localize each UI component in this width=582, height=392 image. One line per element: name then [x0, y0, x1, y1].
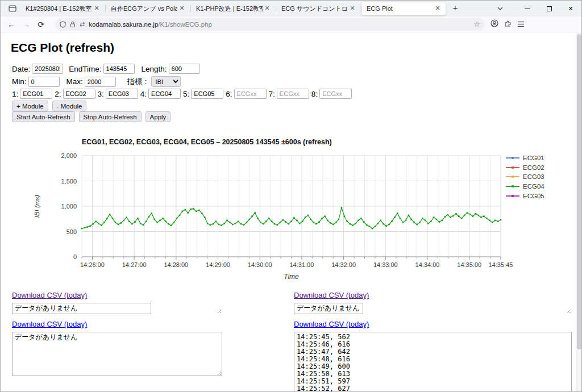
form-row-channels: 1:2:3:4:5:6:7:8:: [12, 89, 352, 99]
data-point: [106, 218, 108, 220]
download-csv-link[interactable]: Download CSV (today): [294, 291, 572, 299]
permissions-icon[interactable]: ⇄: [80, 20, 85, 28]
max-input[interactable]: [85, 77, 116, 87]
max-label: Max:: [66, 77, 83, 86]
channel-input-8[interactable]: [319, 89, 352, 99]
new-tab-button[interactable]: +: [448, 2, 462, 15]
data-point: [190, 208, 192, 210]
browser-tab[interactable]: ECG Plot✕: [361, 2, 446, 15]
data-point: [198, 210, 200, 211]
x-tick-label: 14:35:45: [489, 261, 513, 268]
tab-title: K1-PHP改造 | E-152教室: [196, 5, 263, 13]
data-point: [134, 221, 136, 223]
browser-window: { "browser": { "tabs": [ { "title": "K1#…: [0, 0, 582, 392]
browser-tab[interactable]: ECG サウンドコントロール✕: [276, 2, 360, 15]
tab-close-icon[interactable]: ✕: [177, 4, 186, 13]
data-point: [347, 220, 348, 222]
channel-input-2[interactable]: [63, 89, 95, 99]
browser-tab[interactable]: 自作ECGアンプ vs Polar H10 | E-152教室✕: [106, 2, 190, 15]
x-tick-label: 14:35:00: [457, 261, 481, 268]
tab-close-icon[interactable]: ✕: [348, 4, 357, 13]
maximize-button[interactable]: [538, 1, 560, 16]
scrollbar-thumb[interactable]: [577, 34, 581, 349]
endtime-input[interactable]: [103, 64, 135, 74]
remove-module-button[interactable]: - Module: [52, 101, 87, 111]
metric-select[interactable]: IBI: [151, 76, 181, 87]
data-point: [187, 212, 189, 214]
account-icon[interactable]: [490, 19, 498, 30]
data-point: [416, 224, 418, 226]
data-point: [413, 222, 415, 223]
date-input[interactable]: [32, 64, 63, 74]
data-point: [143, 224, 144, 226]
data-point: [458, 216, 460, 218]
extensions-icon[interactable]: [504, 19, 512, 30]
csv-textarea[interactable]: [12, 303, 151, 314]
lock-icon[interactable]: [70, 21, 76, 28]
forward-icon[interactable]: →: [19, 18, 34, 31]
y-tick-label: 500: [66, 228, 77, 235]
channel-input-7[interactable]: [277, 89, 309, 99]
x-tick-label: 14:26:00: [80, 261, 105, 268]
channel-input-6[interactable]: [234, 89, 267, 99]
channel-input-1[interactable]: [20, 89, 52, 99]
data-point: [439, 221, 440, 223]
bookmark-star-icon[interactable]: ☆: [473, 20, 480, 28]
firefox-view-icon[interactable]: [5, 2, 20, 15]
channel-input-4[interactable]: [148, 89, 181, 99]
data-point: [109, 214, 111, 215]
address-bar[interactable]: ⇄ kodamalab.sakura.ne.jp/K1/showECG.php …: [55, 18, 485, 31]
resize-handle-icon[interactable]: [216, 308, 221, 313]
module-buttons-row: + Module - Module: [12, 101, 86, 111]
start-auto-refresh-button[interactable]: Start Auto-Refresh: [12, 111, 75, 122]
data-point: [427, 223, 429, 224]
legend-item: ECG01: [506, 153, 544, 163]
form-row-time: Date: EndTime: Length:: [12, 64, 200, 74]
data-point: [338, 219, 340, 220]
browser-tab[interactable]: K1-PHP改造 | E-152教室✕: [191, 2, 275, 15]
add-module-button[interactable]: + Module: [12, 101, 48, 111]
data-point: [257, 218, 259, 219]
data-point: [324, 216, 326, 218]
apply-button[interactable]: Apply: [146, 111, 171, 122]
list-tabs-chevron-icon[interactable]: [492, 5, 509, 12]
reload-icon[interactable]: ⟳: [34, 18, 48, 31]
data-point: [265, 220, 267, 222]
csv-textarea[interactable]: [294, 332, 572, 392]
y-tick-label: 2,000: [61, 152, 77, 159]
channel-input-3[interactable]: [106, 89, 138, 99]
tab-close-icon[interactable]: ✕: [433, 4, 442, 13]
menu-icon[interactable]: [517, 19, 525, 30]
back-icon[interactable]: ←: [4, 18, 19, 31]
data-point: [307, 215, 309, 216]
x-tick-label: 14:31:00: [290, 261, 314, 268]
data-point: [238, 220, 239, 222]
csv-textarea[interactable]: [294, 303, 363, 314]
length-input[interactable]: [169, 64, 200, 74]
download-csv-link[interactable]: Download CSV (today): [294, 320, 572, 328]
data-point: [84, 227, 86, 229]
x-axis-title: Time: [284, 273, 299, 281]
download-csv-link[interactable]: Download CSV (today): [12, 320, 222, 328]
browser-tab[interactable]: K1#250804 | E-152教室✕: [20, 2, 105, 15]
tab-close-icon[interactable]: ✕: [92, 4, 101, 13]
minimize-button[interactable]: [517, 1, 538, 16]
data-point: [447, 214, 448, 216]
data-point: [92, 223, 94, 225]
resize-handle-icon[interactable]: [566, 308, 571, 313]
stop-auto-refresh-button[interactable]: Stop Auto-Refresh: [79, 111, 142, 122]
csv-textarea[interactable]: [12, 332, 222, 376]
min-input[interactable]: [28, 77, 60, 87]
legend-marker-icon: [506, 184, 519, 189]
legend-item: ECG03: [506, 172, 544, 182]
shield-icon[interactable]: [60, 21, 66, 28]
close-window-button[interactable]: ✕: [560, 1, 581, 16]
data-point: [293, 217, 295, 219]
download-csv-link[interactable]: Download CSV (today): [12, 291, 222, 299]
channel-input-5[interactable]: [191, 89, 223, 99]
data-point: [469, 214, 471, 215]
tab-close-icon[interactable]: ✕: [263, 4, 272, 13]
channel-label-1: 1:: [12, 90, 18, 98]
legend-label: ECG05: [523, 193, 544, 199]
page-scrollbar[interactable]: [576, 33, 581, 391]
